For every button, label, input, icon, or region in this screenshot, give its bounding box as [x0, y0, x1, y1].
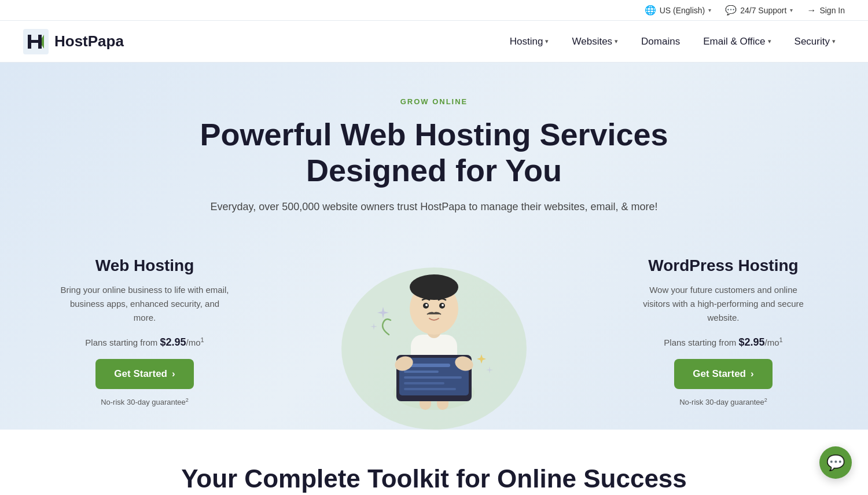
wordpress-hosting-price: Plans starting from $2.95/mo1: [637, 336, 810, 349]
illustration-figure: [341, 242, 527, 430]
logo-text: HostPapa: [54, 32, 124, 50]
wordpress-hosting-cta-arrow-icon: ›: [751, 368, 754, 380]
logo-link[interactable]: HostPapa: [23, 29, 124, 54]
svg-rect-10: [404, 382, 444, 384]
support-chevron-icon: ▾: [790, 7, 793, 13]
hosting-chevron-icon: ▾: [545, 38, 549, 45]
locale-chevron-icon: ▾: [708, 7, 711, 13]
svg-point-16: [410, 274, 458, 300]
web-hosting-cta-arrow-icon: ›: [172, 368, 175, 380]
hero-subtitle: Everyday, over 500,000 website owners tr…: [23, 201, 845, 213]
chat-button[interactable]: 💬: [819, 446, 852, 479]
logo-icon: [23, 29, 49, 54]
character-illustration: [341, 242, 527, 427]
web-hosting-card: Web Hosting Bring your online business t…: [58, 256, 231, 430]
wordpress-hosting-cta-button[interactable]: Get Started ›: [674, 359, 772, 389]
nav-security-label: Security: [795, 36, 830, 47]
svg-point-19: [425, 304, 428, 306]
toolkit-section: Your Complete Toolkit for Online Success…: [0, 430, 868, 495]
wordpress-hosting-card: WordPress Hosting Wow your future custom…: [637, 256, 810, 430]
nav-hosting-label: Hosting: [510, 36, 543, 47]
svg-point-20: [442, 304, 444, 306]
nav-item-websites[interactable]: Websites ▾: [562, 31, 627, 52]
cards-row: Web Hosting Bring your online business t…: [58, 242, 810, 430]
hero-grow-label: GROW ONLINE: [23, 97, 845, 106]
nav-email-office-label: Email & Office: [703, 36, 765, 47]
wordpress-hosting-cta-label: Get Started: [693, 368, 746, 380]
web-hosting-cta-label: Get Started: [114, 368, 167, 380]
hero-section: GROW ONLINE Powerful Web Hosting Service…: [0, 63, 868, 430]
navbar: HostPapa Hosting ▾ Websites ▾ Domains Em…: [0, 21, 868, 63]
nav-item-email-office[interactable]: Email & Office ▾: [694, 31, 780, 52]
websites-chevron-icon: ▾: [615, 38, 618, 45]
globe-icon: 🌐: [645, 5, 656, 16]
svg-rect-11: [404, 388, 456, 390]
support-button[interactable]: 💬 24/7 Support ▾: [725, 5, 793, 16]
web-hosting-guarantee: No-risk 30-day guarantee2: [58, 397, 231, 406]
topbar: 🌐 US (English) ▾ 💬 24/7 Support ▾ → Sign…: [0, 0, 868, 21]
support-icon: 💬: [725, 5, 737, 16]
svg-rect-8: [404, 371, 439, 373]
security-chevron-icon: ▾: [832, 38, 836, 45]
nav-domains-label: Domains: [641, 36, 680, 47]
nav-websites-label: Websites: [572, 36, 612, 47]
wordpress-hosting-guarantee: No-risk 30-day guarantee2: [637, 397, 810, 406]
signin-icon: →: [807, 5, 816, 16]
signin-label: Sign In: [819, 6, 845, 15]
hero-title: Powerful Web Hosting Services Designed f…: [23, 116, 845, 188]
locale-label: US (English): [660, 6, 705, 15]
nav-item-domains[interactable]: Domains: [632, 31, 689, 52]
nav-item-security[interactable]: Security ▾: [785, 31, 845, 52]
svg-rect-9: [404, 376, 462, 379]
toolkit-title: Your Complete Toolkit for Online Success: [23, 464, 845, 493]
support-label: 24/7 Support: [740, 6, 786, 15]
chat-icon: 💬: [826, 454, 845, 472]
wordpress-hosting-title: WordPress Hosting: [637, 256, 810, 275]
email-office-chevron-icon: ▾: [768, 38, 771, 45]
web-hosting-price: Plans starting from $2.95/mo1: [58, 336, 231, 349]
wordpress-hosting-desc: Wow your future customers and online vis…: [637, 283, 810, 325]
web-hosting-desc: Bring your online business to life with …: [58, 283, 231, 325]
web-hosting-cta-button[interactable]: Get Started ›: [95, 359, 193, 389]
hero-illustration: [324, 242, 544, 430]
web-hosting-title: Web Hosting: [58, 256, 231, 275]
nav-links: Hosting ▾ Websites ▾ Domains Email & Off…: [501, 31, 845, 52]
signin-button[interactable]: → Sign In: [807, 5, 845, 16]
nav-item-hosting[interactable]: Hosting ▾: [501, 31, 558, 52]
locale-selector[interactable]: 🌐 US (English) ▾: [645, 5, 712, 16]
